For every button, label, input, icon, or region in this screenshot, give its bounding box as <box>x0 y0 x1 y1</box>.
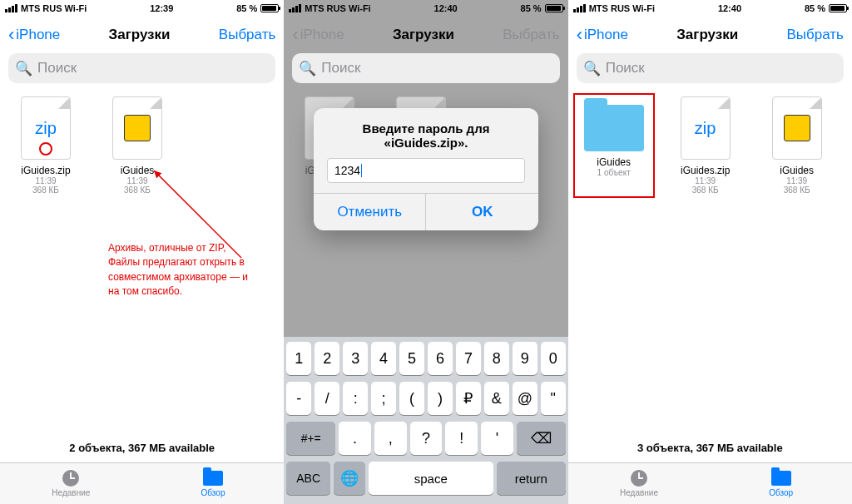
globe-key[interactable]: 🌐 <box>334 462 365 495</box>
key-1[interactable]: 1 <box>286 342 311 375</box>
nav-bar: ‹iPhone Загрузки Выбрать <box>284 17 567 53</box>
folder-icon <box>771 471 791 486</box>
key-@[interactable]: @ <box>513 382 537 415</box>
search-input[interactable]: 🔍 Поиск <box>8 53 275 83</box>
tab-label: Обзор <box>769 488 793 497</box>
key-4[interactable]: 4 <box>371 342 396 375</box>
search-icon: 🔍 <box>299 60 316 77</box>
keyboard-row-4: ABC 🌐 space return <box>286 462 565 495</box>
key-'[interactable]: ' <box>481 422 513 455</box>
file-time: 11:39 <box>786 176 807 185</box>
file-meta: 1 объект <box>597 168 631 177</box>
key-)[interactable]: ) <box>428 382 453 415</box>
key-&[interactable]: & <box>484 382 509 415</box>
file-item-archive[interactable]: iGuides 11:39 368 КБ <box>100 96 175 195</box>
file-item-archive[interactable]: iGuides 11:39 368 КБ <box>760 96 835 195</box>
page-title: Загрузки <box>109 27 171 43</box>
key-8[interactable]: 8 <box>484 342 509 375</box>
tab-label: Недавние <box>620 488 658 497</box>
key-3[interactable]: 3 <box>343 342 368 375</box>
ok-button[interactable]: OK <box>426 194 538 230</box>
file-grid-area: zip iGuides.zip 11:39 368 КБ iGuides 11:… <box>0 91 284 433</box>
file-size: 368 КБ <box>32 185 59 195</box>
screenshot-3: MTS RUS Wi-Fi 12:40 85 % ‹iPhone Загрузк… <box>568 0 852 504</box>
tab-browse[interactable]: Обзор <box>710 463 852 504</box>
tab-browse[interactable]: Обзор <box>142 463 285 504</box>
key-![interactable]: ! <box>445 422 478 455</box>
key-5[interactable]: 5 <box>399 342 424 375</box>
key-,[interactable]: , <box>374 422 407 455</box>
key-"[interactable]: " <box>541 382 566 415</box>
nav-bar: ‹iPhone Загрузки Выбрать <box>0 17 284 53</box>
file-item-zip[interactable]: zip iGuides.zip 11:39 368 КБ <box>668 96 743 195</box>
status-bar: MTS RUS Wi-Fi 12:40 85 % <box>568 0 852 17</box>
key-7[interactable]: 7 <box>456 342 481 375</box>
search-placeholder: Поиск <box>37 60 77 77</box>
search-input[interactable]: 🔍Поиск <box>577 53 844 83</box>
search-icon: 🔍 <box>15 60 32 77</box>
search-input: 🔍Поиск <box>292 53 559 83</box>
select-button[interactable]: Выбрать <box>219 27 275 43</box>
file-name: iGuides.zip <box>21 165 70 176</box>
chevron-left-icon: ‹ <box>8 26 14 44</box>
search-placeholder: Поиск <box>606 60 645 77</box>
select-button[interactable]: Выбрать <box>786 27 843 43</box>
key-;[interactable]: ; <box>371 382 396 415</box>
key-0[interactable]: 0 <box>541 342 566 375</box>
key-9[interactable]: 9 <box>513 342 537 375</box>
tab-recent[interactable]: Недавние <box>0 463 142 504</box>
annotation-circle-icon <box>39 142 52 156</box>
keyboard: 1234567890 -/:;()₽&@" #+= .,?!' ⌫ ABC 🌐 … <box>284 337 567 504</box>
space-key[interactable]: space <box>369 462 493 495</box>
carrier: MTS RUS Wi-Fi <box>21 3 87 13</box>
abc-key[interactable]: ABC <box>286 462 330 495</box>
screenshot-2: MTS RUS Wi-Fi 12:40 85 % ‹iPhone Загрузк… <box>284 0 567 504</box>
key-:[interactable]: : <box>343 382 368 415</box>
file-size: 368 КБ <box>692 185 719 195</box>
archive-file-icon <box>772 96 822 160</box>
carrier: MTS RUS Wi-Fi <box>589 3 655 13</box>
folder-item[interactable]: iGuides 1 объект <box>577 96 651 195</box>
status-bar: MTS RUS Wi-Fi 12:39 85 % <box>0 0 284 17</box>
password-input[interactable]: 1234 <box>327 158 525 183</box>
battery-icon <box>829 4 847 12</box>
file-grid-area: iGuides 1 объект zip iGuides.zip 11:39 3… <box>568 91 852 433</box>
file-time: 11:39 <box>35 176 56 185</box>
file-name: iGuides <box>780 165 814 176</box>
footer-count: 3 объекта, 367 МБ available <box>568 433 852 462</box>
select-button: Выбрать <box>503 27 559 43</box>
key-6[interactable]: 6 <box>428 342 453 375</box>
back-button[interactable]: ‹iPhone <box>8 26 60 44</box>
battery-icon <box>545 4 563 12</box>
key-2[interactable]: 2 <box>315 342 339 375</box>
key-?[interactable]: ? <box>410 422 443 455</box>
cancel-button[interactable]: Отменить <box>314 194 427 230</box>
tab-label: Недавние <box>52 488 90 497</box>
status-bar: MTS RUS Wi-Fi 12:40 85 % <box>284 0 567 17</box>
file-time: 11:39 <box>695 176 716 185</box>
keyboard-row-1: 1234567890 <box>286 342 565 375</box>
key-([interactable]: ( <box>399 382 424 415</box>
key-.[interactable]: . <box>339 422 371 455</box>
password-value: 1234 <box>334 164 360 177</box>
footer-count: 2 объекта, 367 МБ available <box>0 433 284 462</box>
back-button[interactable]: ‹iPhone <box>577 26 628 44</box>
tab-recent[interactable]: Недавние <box>568 463 711 504</box>
file-name: iGuides.zip <box>681 165 730 176</box>
key-₽[interactable]: ₽ <box>456 382 481 415</box>
shift-key[interactable]: #+= <box>286 422 335 455</box>
return-key[interactable]: return <box>497 462 566 495</box>
signal-icon <box>573 4 586 12</box>
file-item-zip[interactable]: zip iGuides.zip 11:39 368 КБ <box>8 96 83 195</box>
annotation-text: Архивы, отличные от ZIP, Файлы предлагаю… <box>108 241 258 299</box>
nav-bar: ‹iPhone Загрузки Выбрать <box>568 17 852 53</box>
key--[interactable]: - <box>286 382 311 415</box>
file-name: iGuides <box>597 156 631 168</box>
dialog-title: Введите пароль для «iGuides.zip». <box>314 108 538 158</box>
battery-pct: 85 % <box>521 3 542 13</box>
battery-pct: 85 % <box>236 3 257 13</box>
backspace-key[interactable]: ⌫ <box>517 422 566 455</box>
key-/[interactable]: / <box>315 382 339 415</box>
folder-icon <box>584 105 644 151</box>
chevron-left-icon: ‹ <box>292 26 298 44</box>
